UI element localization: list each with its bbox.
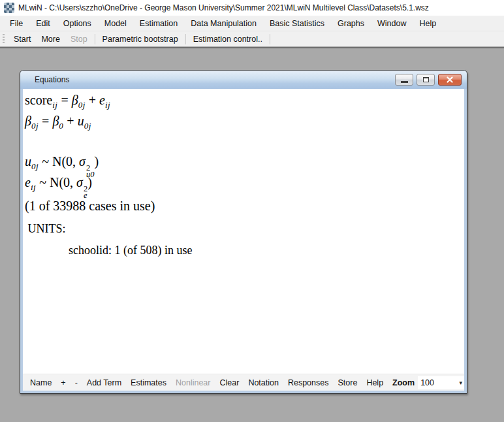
toolbar-separator bbox=[270, 34, 270, 44]
equations-content: scoreij = β0j + eij β0j = β0 + u0j u0j ~… bbox=[23, 89, 464, 374]
menu-options[interactable]: Options bbox=[57, 16, 98, 31]
equation-e-distribution[interactable]: eij ~ N(0, σ2e) bbox=[25, 175, 92, 199]
toolbar-separator bbox=[95, 34, 95, 44]
restore-icon bbox=[423, 77, 429, 82]
menu-window[interactable]: Window bbox=[371, 16, 413, 31]
equation-u-distribution[interactable]: u0j ~ N(0, σ2u0) bbox=[25, 154, 99, 178]
menu-basic-statistics[interactable]: Basic Statistics bbox=[263, 16, 331, 31]
equations-body: scoreij = β0j + eij β0j = β0 + u0j u0j ~… bbox=[23, 89, 464, 391]
zoom-label: Zoom bbox=[388, 376, 417, 389]
minus-button[interactable]: - bbox=[71, 376, 82, 389]
store-button[interactable]: Store bbox=[333, 376, 362, 389]
menu-data-manipulation[interactable]: Data Manipulation bbox=[184, 16, 263, 31]
start-button[interactable]: Start bbox=[8, 33, 36, 46]
caption-buttons bbox=[395, 74, 462, 86]
toolbar-grip-handle[interactable] bbox=[3, 34, 5, 44]
menu-model[interactable]: Model bbox=[98, 16, 133, 31]
equation-response[interactable]: scoreij = β0j + eij bbox=[25, 93, 110, 108]
app-title: MLwiN - C:\Users\szzho\OneDrive - George… bbox=[18, 3, 429, 12]
menubar: File Edit Options Model Estimation Data … bbox=[0, 16, 504, 31]
toolbar-separator bbox=[185, 34, 186, 44]
close-button[interactable] bbox=[438, 74, 462, 86]
nonlinear-button: Nonlinear bbox=[171, 376, 215, 389]
zoom-value: 100 bbox=[420, 378, 459, 387]
clear-button[interactable]: Clear bbox=[215, 376, 244, 389]
menu-edit[interactable]: Edit bbox=[29, 16, 57, 31]
parametric-bootstrap-button[interactable]: Parametric bootstrap bbox=[97, 33, 183, 46]
cases-in-use-note: (1 of 33988 cases in use) bbox=[25, 199, 155, 214]
more-button[interactable]: More bbox=[36, 33, 65, 46]
equations-window: Equations scoreij = β0j + eij β0j = β0 bbox=[20, 70, 467, 394]
stop-button: Stop bbox=[65, 33, 93, 46]
restore-button[interactable] bbox=[417, 74, 435, 86]
menu-help[interactable]: Help bbox=[413, 16, 443, 31]
mlwin-app-icon bbox=[4, 3, 14, 13]
units-schoolid-detail: schoolid: 1 (of 508) in use bbox=[69, 244, 192, 257]
main-toolbar: Start More Stop Parametric bootstrap Est… bbox=[0, 31, 504, 46]
estimates-button[interactable]: Estimates bbox=[126, 376, 171, 389]
menu-estimation[interactable]: Estimation bbox=[133, 16, 184, 31]
equations-titlebar[interactable]: Equations bbox=[20, 71, 467, 89]
zoom-dropdown[interactable]: 100 ▾ bbox=[418, 376, 464, 389]
responses-button[interactable]: Responses bbox=[283, 376, 334, 389]
close-icon bbox=[447, 76, 453, 83]
help-button[interactable]: Help bbox=[362, 376, 388, 389]
equations-toolbar: Name + - Add Term Estimates Nonlinear Cl… bbox=[23, 374, 464, 391]
name-button[interactable]: Name bbox=[25, 376, 56, 389]
estimation-control-button[interactable]: Estimation control.. bbox=[188, 33, 268, 46]
units-label: UNITS: bbox=[25, 222, 66, 236]
minimize-button[interactable] bbox=[395, 74, 413, 86]
plus-button[interactable]: + bbox=[56, 376, 70, 389]
add-term-button[interactable]: Add Term bbox=[82, 376, 126, 389]
menu-file[interactable]: File bbox=[3, 16, 29, 31]
minimize-icon bbox=[401, 81, 408, 83]
notation-button[interactable]: Notation bbox=[244, 376, 283, 389]
mdi-workspace: Equations scoreij = β0j + eij β0j = β0 bbox=[0, 47, 504, 422]
equations-window-title: Equations bbox=[35, 75, 395, 84]
menu-graphs[interactable]: Graphs bbox=[331, 16, 371, 31]
app-titlebar: MLwiN - C:\Users\szzho\OneDrive - George… bbox=[0, 0, 504, 16]
dropdown-arrow-icon: ▾ bbox=[459, 380, 462, 386]
equation-level2[interactable]: β0j = β0 + u0j bbox=[25, 114, 91, 129]
